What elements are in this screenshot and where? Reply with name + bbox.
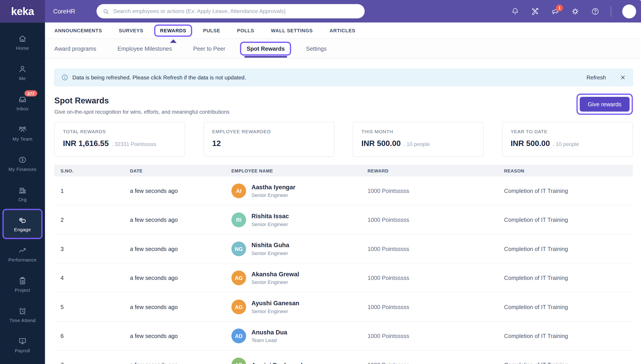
sidebar-item-my-finances[interactable]: $ My Finances — [3, 148, 43, 178]
announcements-icon[interactable]: 1 — [551, 7, 560, 16]
cell-employee: AD Anusha Dua Team Lead — [231, 328, 367, 343]
employee-name[interactable]: Rishita Issac — [252, 212, 289, 220]
sidebar-item-project[interactable]: Project — [3, 269, 43, 300]
close-icon[interactable] — [620, 74, 626, 80]
sidebar-item-time-attend[interactable]: Time Attend — [3, 300, 43, 330]
sidebar-item-engage[interactable]: ♡ Engage — [3, 209, 43, 239]
employee-name[interactable]: Anusha Dua — [252, 328, 287, 336]
cell-reward: 1000 Pointsssss — [367, 188, 504, 194]
sidebar-item-home[interactable]: Home — [3, 27, 43, 58]
app-root: keka CoreHR 1 — [0, 0, 641, 364]
table-row: 4 a few seconds ago AG Akansha Grewal Se… — [54, 264, 633, 292]
cell-reason: Completion of IT Training — [504, 332, 633, 339]
employee-role: Senior Engineer — [252, 250, 289, 256]
cell-reason: Completion of IT Training — [504, 246, 633, 252]
cell-sno: 5 — [54, 304, 130, 310]
inbox-icon — [18, 95, 27, 104]
banner-message: Data is being refreshed. Please click Re… — [73, 74, 246, 80]
table-row: 2 a few seconds ago RI Rishita Issac Sen… — [54, 206, 633, 234]
employee-name[interactable]: Aastha Iyengar — [252, 184, 295, 190]
give-rewards-button[interactable]: Give rewards — [579, 97, 629, 112]
sidebar-item-payroll[interactable]: $ Payroll — [3, 330, 43, 360]
time-attend-icon — [18, 306, 27, 316]
cell-sno: 6 — [54, 332, 130, 339]
user-avatar[interactable] — [622, 4, 636, 18]
settings-icon[interactable] — [571, 7, 580, 16]
column-header-employee-name: EMPLOYEE NAME — [231, 168, 367, 173]
employee-name[interactable]: Ayushi Ganesan — [252, 300, 299, 306]
product-name: CoreHR — [53, 8, 75, 15]
sidebar-item-inbox[interactable]: Inbox 377 — [3, 88, 43, 118]
keka-logo[interactable]: keka — [0, 0, 45, 22]
avatar: AG — [231, 300, 246, 314]
svg-text:$: $ — [22, 158, 24, 162]
stat-value: INR 500.00 — [361, 139, 401, 148]
employee-role: Senior Engineer — [252, 280, 299, 285]
cell-employee: AD Aswini Deshpande — [231, 358, 367, 364]
tools-icon[interactable] — [531, 7, 540, 16]
cell-date: a few seconds ago — [130, 362, 231, 364]
page-subtitle: Give on-the-spot recognition for wins, e… — [54, 109, 229, 115]
cell-reason: Completion of IT Training — [504, 304, 633, 310]
cell-date: a few seconds ago — [130, 217, 231, 223]
stat-suffix: . 10 people — [553, 141, 579, 147]
rewards-table: S.NO.DATEEMPLOYEE NAMEREWARDREASON 1 a f… — [54, 164, 633, 364]
global-search[interactable] — [97, 4, 365, 18]
sidebar-item-performance[interactable]: Performance — [3, 239, 43, 269]
cell-sno: 7 — [54, 362, 130, 364]
notifications-icon[interactable] — [511, 7, 520, 16]
keka-spark-icon — [639, 0, 641, 2]
cell-reward: 1000 Pointsssss — [367, 246, 504, 252]
stat-suffix: . 32331 Pointsssss — [112, 141, 156, 147]
tab-pulse[interactable]: PULSE — [197, 24, 226, 36]
cell-reward: 1000 Pointsssss — [367, 362, 504, 364]
keka-logo-text: keka — [11, 6, 34, 16]
cell-reward: 1000 Pointsssss — [367, 332, 504, 339]
search-input[interactable] — [113, 8, 359, 14]
tab-articles[interactable]: ARTICLES — [324, 24, 361, 36]
tab-wall-settings[interactable]: WALL SETTINGS — [265, 24, 318, 36]
cell-sno: 2 — [54, 217, 130, 223]
employee-name[interactable]: Nishita Guha — [252, 242, 289, 248]
stat-label: TOTAL REWARDS — [63, 129, 177, 134]
employee-role: Senior Engineer — [252, 192, 295, 198]
sidebar-item-label: Engage — [14, 227, 31, 232]
employee-role: Senior Engineer — [252, 308, 299, 314]
sub-tab-employee-milestones[interactable]: Employee Milestones — [111, 42, 179, 56]
cell-sno: 4 — [54, 275, 130, 281]
main-content: Data is being refreshed. Please click Re… — [45, 58, 641, 364]
sidebar-item-label: Performance — [8, 258, 37, 262]
cell-date: a few seconds ago — [130, 188, 231, 194]
tab-polls[interactable]: POLLS — [231, 24, 260, 36]
top-bar: keka CoreHR 1 — [0, 0, 641, 22]
employee-name[interactable]: Akansha Grewal — [252, 270, 299, 278]
sub-tab-spot-rewards[interactable]: Spot Rewards — [240, 42, 291, 56]
cell-employee: AI Aastha Iyengar Senior Engineer — [231, 184, 367, 198]
sub-tab-peer-to-peer[interactable]: Peer to Peer — [187, 42, 232, 56]
table-header-row: S.NO.DATEEMPLOYEE NAMEREWARDREASON — [54, 164, 633, 176]
svg-text:♡: ♡ — [23, 220, 25, 222]
stat-card-total-rewards: TOTAL REWARDS INR 1,616.55 . 32331 Point… — [54, 122, 185, 157]
sidebar-item-label: Home — [16, 46, 29, 51]
avatar: AD — [231, 328, 246, 343]
avatar: NG — [231, 242, 246, 256]
cell-sno: 1 — [54, 188, 130, 194]
table-row: 5 a few seconds ago AG Ayushi Ganesan Se… — [54, 293, 633, 322]
help-icon[interactable] — [591, 7, 600, 16]
tab-surveys[interactable]: SURVEYS — [113, 24, 149, 36]
stat-value: 12 — [212, 139, 221, 148]
sidebar-item-org[interactable]: Org — [3, 178, 43, 209]
sub-tab-award-programs[interactable]: Award programs — [48, 42, 103, 56]
employee-block: Rishita Issac Senior Engineer — [252, 212, 289, 228]
tab-announcements[interactable]: ANNOUNCEMENTS — [49, 24, 108, 36]
employee-name[interactable]: Aswini Deshpande — [252, 362, 306, 364]
sidebar-item-label: Time Attend — [10, 318, 36, 323]
cell-date: a few seconds ago — [130, 275, 231, 281]
sub-tab-settings[interactable]: Settings — [300, 42, 333, 56]
sidebar-item-me[interactable]: Me — [3, 58, 43, 88]
top-icons: 1 — [511, 0, 636, 22]
tab-rewards[interactable]: REWARDS — [154, 24, 192, 36]
sidebar-item-my-team[interactable]: My Team — [3, 118, 43, 148]
stat-label: YEAR TO DATE — [511, 129, 624, 134]
refresh-button[interactable]: Refresh — [586, 74, 606, 80]
